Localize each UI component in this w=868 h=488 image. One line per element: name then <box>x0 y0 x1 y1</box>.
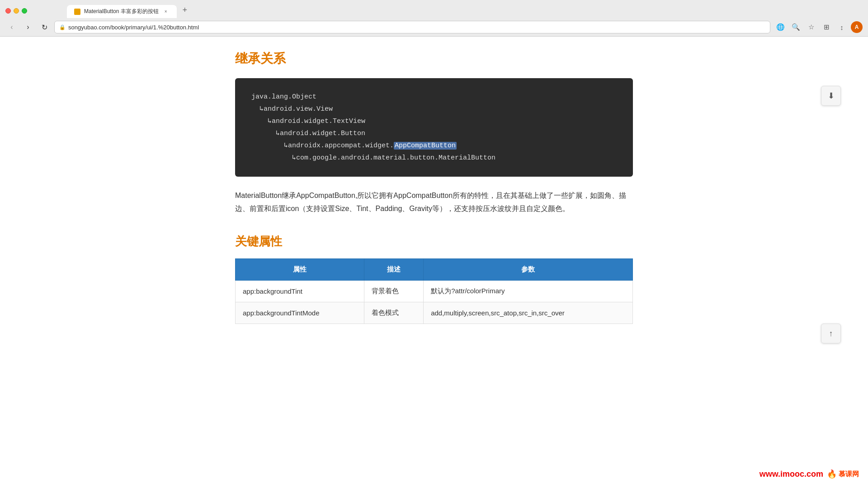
code-line-2: ↳android.view.View <box>251 103 617 115</box>
sync-icon[interactable]: ↕ <box>835 21 848 33</box>
close-button[interactable] <box>5 8 11 14</box>
code-block: java.lang.Object ↳android.view.View ↳and… <box>235 78 633 177</box>
table-cell-param: add,multiply,screen,src_atop,src_in,src_… <box>424 302 633 324</box>
browser-toolbar: ‹ › ↻ 🔒 songyubao.com/book/primary/ui/1.… <box>0 18 868 36</box>
url-text: songyubao.com/book/primary/ui/1.%20butto… <box>68 24 765 31</box>
code-line-4: ↳android.widget.Button <box>251 127 617 140</box>
code-line-3: ↳android.widget.TextView <box>251 115 617 127</box>
address-bar[interactable]: 🔒 songyubao.com/book/primary/ui/1.%20but… <box>54 21 770 33</box>
refresh-button[interactable]: ↻ <box>38 21 51 33</box>
extensions-icon[interactable]: ⊞ <box>820 21 833 33</box>
new-tab-button[interactable]: + <box>179 4 191 16</box>
download-button[interactable]: ⬇ <box>821 86 841 106</box>
attributes-table: 属性 描述 参数 app:backgroundTint 背景着色 默认为?att… <box>235 258 633 324</box>
page-content: 继承关系 java.lang.Object ↳android.view.View… <box>217 37 651 351</box>
section1-title: 继承关系 <box>235 50 633 67</box>
lock-icon: 🔒 <box>59 24 66 30</box>
code-line-1: java.lang.Object <box>251 91 617 103</box>
table-cell-param: 默认为?attr/colorPrimary <box>424 280 633 302</box>
minimize-button[interactable] <box>14 8 19 14</box>
active-tab[interactable]: MaterialButton 丰富多彩的按钮 × <box>67 5 177 18</box>
tab-favicon <box>74 9 80 15</box>
bookmark-icon[interactable]: ☆ <box>805 21 817 33</box>
toolbar-right: 🌐 🔍 ☆ ⊞ ↕ A <box>774 21 863 33</box>
code-line-6: ↳com.google.android.material.button.Mate… <box>251 152 617 164</box>
table-header-param: 参数 <box>424 258 633 280</box>
search-icon[interactable]: 🔍 <box>789 21 802 33</box>
table-header-attr: 属性 <box>236 258 364 280</box>
profile-avatar[interactable]: A <box>851 21 863 33</box>
translate-icon[interactable]: 🌐 <box>774 21 787 33</box>
table-header-row: 属性 描述 参数 <box>236 258 633 280</box>
download-icon: ⬇ <box>828 91 835 101</box>
table-cell-desc: 着色模式 <box>364 302 424 324</box>
forward-button[interactable]: › <box>22 21 34 33</box>
table-row: app:backgroundTintMode 着色模式 add,multiply… <box>236 302 633 324</box>
tab-title: MaterialButton 丰富多彩的按钮 <box>84 8 159 15</box>
code-line-5: ↳androidx.appcompat.widget.AppCompatButt… <box>251 140 617 152</box>
table-row: app:backgroundTint 背景着色 默认为?attr/colorPr… <box>236 280 633 302</box>
scroll-up-button[interactable]: ↑ <box>821 324 841 343</box>
back-button[interactable]: ‹ <box>5 21 18 33</box>
table-header-desc: 描述 <box>364 258 424 280</box>
code-highlight: AppCompatButton <box>394 142 457 150</box>
table-cell-desc: 背景着色 <box>364 280 424 302</box>
section2-title: 关键属性 <box>235 234 633 249</box>
tab-bar: MaterialButton 丰富多彩的按钮 × + <box>67 4 191 18</box>
description-text: MaterialButton继承AppCompatButton,所以它拥有App… <box>235 189 633 216</box>
browser-chrome: MaterialButton 丰富多彩的按钮 × + ‹ › ↻ 🔒 songy… <box>0 0 868 37</box>
table-cell-attr: app:backgroundTint <box>236 280 364 302</box>
up-icon: ↑ <box>829 329 833 338</box>
traffic-lights <box>5 8 27 14</box>
maximize-button[interactable] <box>22 8 27 14</box>
title-bar: MaterialButton 丰富多彩的按钮 × + <box>0 0 868 18</box>
tab-close-button[interactable]: × <box>162 8 170 15</box>
table-cell-attr: app:backgroundTintMode <box>236 302 364 324</box>
